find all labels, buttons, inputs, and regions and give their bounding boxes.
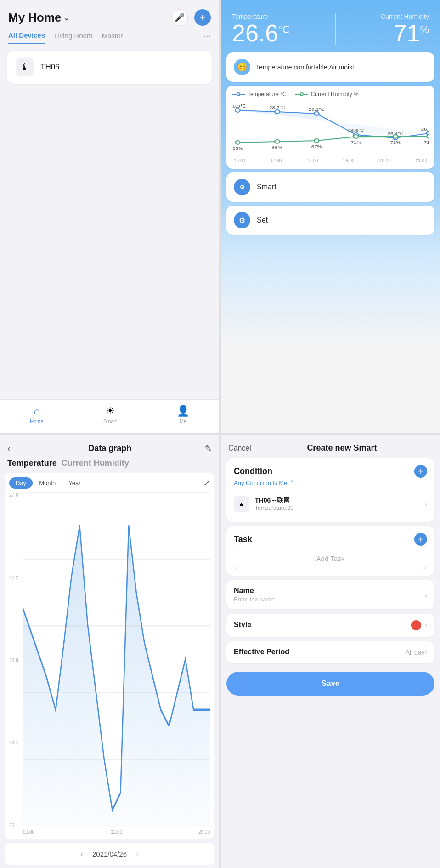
smart-toggle-icon: ⚙ <box>234 179 250 195</box>
nav-item-smart[interactable]: ☀ Smart <box>103 405 117 424</box>
svg-point-17 <box>427 135 429 138</box>
svg-point-0 <box>236 108 240 112</box>
style-row[interactable]: Style › <box>226 614 434 637</box>
svg-point-16 <box>393 135 398 138</box>
comfort-emoji-icon: 😊 <box>234 59 250 75</box>
add-condition-button[interactable]: + <box>414 465 427 478</box>
svg-text:66%: 66% <box>272 145 282 150</box>
me-icon: 👤 <box>177 405 189 417</box>
style-content: Style <box>234 621 411 630</box>
condition-subtitle[interactable]: Any Condition Is Met ˅ <box>234 480 427 486</box>
add-button[interactable]: + <box>194 9 211 26</box>
style-chevron-right-icon: › <box>425 621 427 629</box>
condition-detail: Temperature:30 <box>255 505 419 511</box>
temperature-unit: ℃ <box>278 24 290 35</box>
y-label-1: 27.6 <box>9 492 18 497</box>
cancel-button[interactable]: Cancel <box>228 444 251 452</box>
condition-title: Condition <box>234 467 272 476</box>
nav-label-me: Me <box>180 418 186 424</box>
comfort-card: 😊 Temperature comfortable,Air moist <box>226 52 434 82</box>
set-label: Set <box>257 216 268 224</box>
condition-section: Condition + Any Condition Is Met ˅ 🌡 TH0… <box>226 458 434 522</box>
humidity-block: Current Humidity 71% <box>381 13 429 45</box>
tab-master[interactable]: Master <box>102 32 123 43</box>
nav-label-home: Home <box>30 418 43 424</box>
name-label: Name <box>234 587 425 595</box>
device-card-th06[interactable]: 🌡 TH06 <box>7 51 212 84</box>
svg-text:28.1℃: 28.1℃ <box>309 107 324 112</box>
panel-create-smart: Cancel Create new Smart Condition + Any … <box>221 435 440 868</box>
home-title: My Home <box>8 11 62 25</box>
legend-line-humid <box>295 94 308 95</box>
edit-icon[interactable]: ✎ <box>205 444 212 454</box>
add-task-button[interactable]: Add Task <box>234 548 427 569</box>
svg-text:28.2℃: 28.2℃ <box>269 105 285 110</box>
effective-value: All day <box>406 649 425 656</box>
x-label-3: 23:00 <box>198 829 210 834</box>
datagraph-header: ‹ Data graph ✎ <box>0 435 219 458</box>
smart-label: Smart <box>257 183 276 191</box>
more-tabs-button[interactable]: ··· <box>203 30 211 45</box>
period-year[interactable]: Year <box>62 477 87 489</box>
legend-line-temp <box>232 94 245 95</box>
prev-date-button[interactable]: ‹ <box>80 849 83 859</box>
nav-item-home[interactable]: ⌂ Home <box>30 405 43 424</box>
tab-current-humidity[interactable]: Current Humidity <box>62 458 129 468</box>
home-title-row: My Home ⌄ <box>8 11 69 25</box>
date-navigation: ‹ 2021/04/26 › <box>5 843 214 865</box>
bottom-nav: ⌂ Home ☀ Smart 👤 Me <box>0 399 219 433</box>
export-icon[interactable]: ⤢ <box>203 478 210 488</box>
period-month[interactable]: Month <box>33 477 62 489</box>
svg-point-2 <box>314 112 319 115</box>
y-label-2: 27.2 <box>9 575 18 580</box>
svg-point-13 <box>275 140 279 143</box>
time-label-5: 20:00 <box>379 158 391 163</box>
name-row[interactable]: Name Enter the name › <box>226 580 434 609</box>
back-button[interactable]: ‹ <box>7 443 11 454</box>
humidity-unit: % <box>420 24 429 35</box>
name-content: Name Enter the name <box>234 587 425 603</box>
nav-label-smart: Smart <box>103 418 117 424</box>
legend-temperature: Temperature ℃ <box>232 91 286 97</box>
temperature-value: 26.6℃ <box>232 21 290 45</box>
condition-device-icon: 🌡 <box>234 496 249 512</box>
svg-text:28.3℃: 28.3℃ <box>232 104 246 108</box>
metric-tabs: Temperature Current Humidity <box>0 458 219 468</box>
smart-icon: ☀ <box>106 405 115 417</box>
x-label-1: 00:00 <box>23 829 34 834</box>
tab-living-room[interactable]: Living Room <box>54 32 92 43</box>
save-button[interactable]: Save <box>226 672 434 696</box>
humidity-value: 71% <box>381 21 429 45</box>
effective-period-row[interactable]: Effective Period All day › <box>226 641 434 663</box>
time-label-2: 17:00 <box>270 158 282 163</box>
microphone-icon[interactable]: 🎤 <box>171 9 188 26</box>
panel-datagraph: ‹ Data graph ✎ Temperature Current Humid… <box>0 435 219 868</box>
current-date: 2021/04/26 <box>92 850 127 858</box>
svg-point-12 <box>236 141 240 144</box>
nav-item-me[interactable]: 👤 Me <box>177 405 189 424</box>
add-task-circle-button[interactable]: + <box>414 533 427 546</box>
svg-text:65%: 65% <box>232 146 243 151</box>
y-label-5: 26 <box>9 823 18 828</box>
chart-svg-wrapper <box>23 492 210 826</box>
svg-text:71%: 71% <box>351 140 361 145</box>
svg-point-14 <box>314 139 319 143</box>
period-day[interactable]: Day <box>9 477 33 489</box>
set-button[interactable]: ⚙ Set <box>226 206 434 235</box>
chevron-down-icon: ⌄ <box>63 13 69 22</box>
smart-button[interactable]: ⚙ Smart <box>226 172 434 202</box>
condition-row: 🌡 TH06～联网 Temperature:30 › <box>234 492 427 515</box>
datagraph-content: Day Month Year ⤢ 27.6 27.2 26.8 26.4 26 <box>5 473 214 839</box>
comfort-text: Temperature comfortable,Air moist <box>256 63 354 71</box>
datagraph-title: Data graph <box>15 444 205 453</box>
x-axis-labels: 00:00 12:00 23:00 <box>23 829 210 834</box>
y-label-4: 26.4 <box>9 740 18 745</box>
next-date-button[interactable]: › <box>136 849 139 859</box>
task-title: Task <box>234 535 252 544</box>
chart-card: Temperature ℃ Current Humidity % <box>226 86 434 169</box>
effective-label: Effective Period <box>234 648 406 656</box>
device-readings: Temperature 26.6℃ Current Humidity 71% <box>221 0 440 52</box>
svg-text:71%: 71% <box>424 140 429 145</box>
tab-all-devices[interactable]: All Devices <box>8 31 45 44</box>
tab-temperature[interactable]: Temperature <box>7 458 57 468</box>
